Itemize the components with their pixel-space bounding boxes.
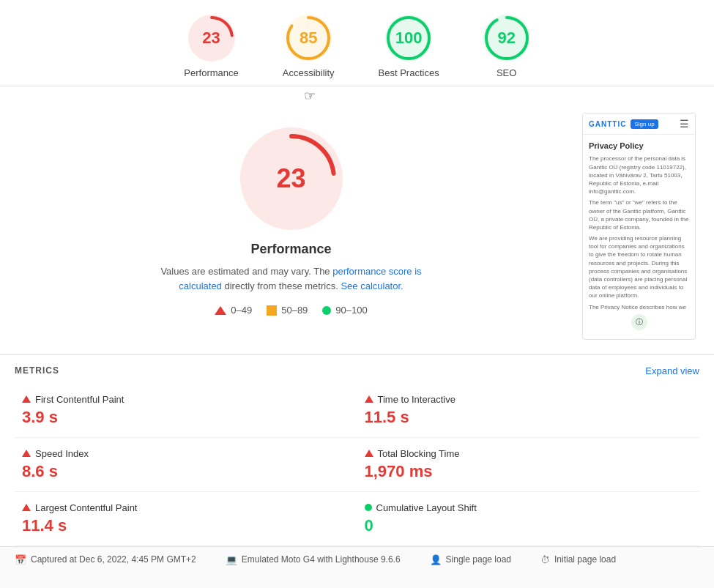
score-circle-best-practices: 100 (385, 15, 432, 62)
preview-para3: We are providing resource planning tool … (589, 234, 689, 300)
footer-captured-text: Captured at Dec 6, 2022, 4:45 PM GMT+2 (31, 554, 196, 565)
footer-page-load-text: Initial page load (554, 554, 616, 565)
legend-label-orange: 50–89 (281, 305, 308, 316)
metric-item-tbt: Total Blocking Time 1,970 ms (357, 438, 700, 492)
metric-name-fcp: First Contentful Paint (35, 394, 124, 405)
metric-value-si: 8.6 s (22, 462, 350, 481)
expand-view-button[interactable]: Expand view (645, 365, 699, 376)
footer-load-type-text: Single page load (446, 554, 511, 565)
timer-icon: ⏱ (540, 554, 550, 565)
metric-item-lcp: Largest Contentful Paint 11.4 s (15, 492, 357, 546)
metric-icon-lcp (22, 504, 31, 511)
metric-label-cls: Cumulative Layout Shift (365, 502, 693, 513)
preview-para4: The Privacy Notice describes how we (589, 303, 689, 311)
metric-item-fcp: First Contentful Paint 3.9 s (15, 384, 357, 438)
metric-item-tti: Time to Interactive 11.5 s (357, 384, 700, 438)
score-item-performance[interactable]: 23 Performance (184, 15, 238, 78)
score-label-seo: SEO (497, 67, 516, 78)
metric-label-tbt: Total Blocking Time (365, 448, 693, 459)
metric-name-cls: Cumulative Layout Shift (376, 502, 477, 513)
metric-value-fcp: 3.9 s (22, 408, 350, 427)
legend-icon-red (215, 306, 226, 315)
legend-item-green: 90–100 (322, 305, 367, 316)
score-item-accessibility[interactable]: 85 Accessibility (283, 15, 335, 78)
metric-label-tti: Time to Interactive (365, 394, 693, 405)
metric-name-lcp: Largest Contentful Paint (35, 502, 137, 513)
calendar-icon: 📅 (15, 554, 26, 565)
preview-menu-icon[interactable]: ☰ (680, 118, 689, 130)
footer-item-page-load: ⏱ Initial page load (540, 554, 616, 565)
metric-value-tti: 11.5 s (365, 408, 693, 427)
metrics-header: METRICS Expand view (15, 355, 699, 384)
preview-header: GANTTIC Sign up ☰ (583, 113, 695, 135)
metrics-section: METRICS Expand view First Contentful Pai… (0, 354, 714, 546)
metric-icon-tti (365, 395, 373, 403)
legend-icon-orange (267, 305, 277, 316)
legend-item-orange: 50–89 (267, 305, 308, 316)
metric-label-si: Speed Index (22, 448, 350, 459)
preview-para2: The term "us" or "we" refers to the owne… (589, 198, 689, 231)
metric-icon-tbt (365, 450, 373, 457)
legend-item-red: 0–49 (215, 305, 252, 316)
metric-label-lcp: Largest Contentful Paint (22, 502, 350, 513)
right-panel: GANTTIC Sign up ☰ Privacy Policy The pro… (582, 113, 699, 340)
left-panel: 23 Performance Values are estimated and … (0, 113, 582, 340)
user-icon: 👤 (430, 554, 442, 565)
metric-name-tti: Time to Interactive (378, 394, 455, 405)
preview-content: Privacy Policy The processor of the pers… (583, 135, 695, 339)
device-icon: 💻 (226, 554, 237, 565)
metrics-title: METRICS (15, 365, 59, 376)
metric-name-tbt: Total Blocking Time (378, 448, 460, 459)
legend-label-green: 90–100 (335, 305, 367, 316)
metric-label-fcp: First Contentful Paint (22, 394, 350, 405)
metric-value-lcp: 11.4 s (22, 516, 350, 535)
score-item-seo[interactable]: 92 SEO (483, 15, 530, 78)
metric-icon-si (22, 450, 31, 457)
footer-device-text: Emulated Moto G4 with Lighthouse 9.6.6 (242, 554, 401, 565)
score-circle-accessibility: 85 (285, 15, 332, 62)
footer-item-device: 💻 Emulated Moto G4 with Lighthouse 9.6.6 (226, 554, 401, 565)
metric-icon-cls (365, 504, 372, 511)
metrics-grid: First Contentful Paint 3.9 s Time to Int… (15, 384, 699, 546)
perf-desc: Values are estimated and may vary. The p… (145, 264, 438, 293)
metric-item-si: Speed Index 8.6 s (15, 438, 357, 492)
preview-box: GANTTIC Sign up ☰ Privacy Policy The pro… (582, 113, 696, 340)
score-label-best-practices: Best Practices (379, 67, 439, 78)
preview-logo: GANTTIC (589, 120, 626, 128)
score-label-performance: Performance (184, 67, 238, 78)
score-item-best-practices[interactable]: 100 Best Practices (379, 15, 439, 78)
svg-point-5 (388, 18, 429, 59)
main-content: 23 Performance Values are estimated and … (0, 98, 714, 354)
score-circle-performance: 23 (188, 15, 235, 62)
footer-bar: 📅 Captured at Dec 6, 2022, 4:45 PM GMT+2… (0, 546, 714, 588)
legend-icon-green (322, 306, 331, 315)
metric-name-si: Speed Index (35, 448, 89, 459)
legend: 0–49 50–89 90–100 (215, 305, 367, 316)
metric-item-cls: Cumulative Layout Shift 0 (357, 492, 700, 546)
metric-icon-fcp (22, 395, 31, 403)
preview-heading: Privacy Policy (589, 141, 689, 152)
svg-point-7 (486, 18, 527, 59)
legend-label-red: 0–49 (231, 305, 252, 316)
preview-badge: ⓘ (631, 314, 647, 330)
score-bar: 23 Performance 85 Accessibility 100 Best… (0, 0, 714, 86)
preview-para1: The processor of the personal data is Ga… (589, 155, 689, 196)
score-label-accessibility: Accessibility (283, 67, 335, 78)
big-gauge: 23 (240, 127, 343, 230)
preview-signup-button[interactable]: Sign up (631, 119, 658, 129)
metric-value-cls: 0 (365, 516, 693, 535)
score-circle-seo: 92 (483, 15, 530, 62)
perf-title: Performance (250, 242, 331, 257)
footer-item-captured: 📅 Captured at Dec 6, 2022, 4:45 PM GMT+2 (15, 554, 196, 565)
metric-value-tbt: 1,970 ms (365, 462, 693, 481)
footer-item-load-type: 👤 Single page load (430, 554, 511, 565)
big-gauge-value: 23 (276, 163, 305, 194)
calculator-link[interactable]: See calculator. (341, 280, 403, 291)
